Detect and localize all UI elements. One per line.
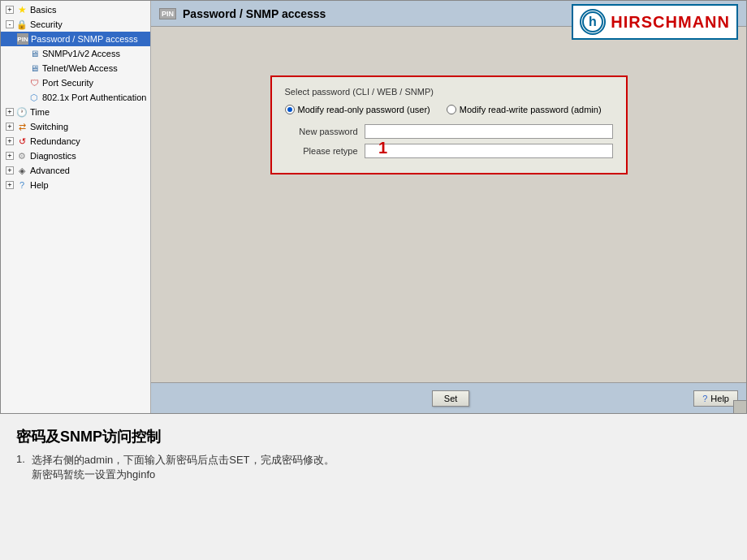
expand-diagnostics[interactable]: + — [6, 152, 14, 160]
advanced-label: Advanced — [30, 166, 70, 175]
sidebar-item-advanced[interactable]: + ◈ Advanced — [1, 163, 150, 178]
basics-label: Basics — [30, 5, 56, 15]
time-label: Time — [30, 107, 50, 117]
main-area: + ★ Basics - 🔒 Security PIN Password / S… — [1, 1, 746, 413]
set-button[interactable]: Set — [432, 390, 470, 407]
new-password-label: New password — [285, 127, 358, 136]
redundancy-icon: ↺ — [16, 136, 28, 147]
annotation-item-1: 1. 选择右侧的admin，下面输入新密码后点击SET，完成密码修改。 新密码暂… — [16, 453, 731, 482]
radio-readwrite-label: Modify read-write password (admin) — [460, 105, 602, 114]
expand-basics[interactable]: + — [6, 6, 14, 14]
adv-icon: ◈ — [16, 165, 28, 176]
sidebar-item-switching[interactable]: + ⇄ Switching — [1, 119, 150, 134]
radio-row: Modify read-only password (user) Modify … — [285, 105, 613, 114]
new-password-input[interactable] — [365, 124, 613, 139]
diag-icon: ⚙ — [16, 150, 28, 162]
toolbar-center: Set — [432, 390, 470, 407]
annotation-num-1: 1. — [16, 453, 25, 482]
switch-icon: ⇄ — [16, 121, 28, 132]
port-security-label: Port Security — [42, 78, 93, 88]
annotation-list: 1. 选择右侧的admin，下面输入新密码后点击SET，完成密码修改。 新密码暂… — [16, 453, 731, 482]
sidebar: + ★ Basics - 🔒 Security PIN Password / S… — [1, 1, 151, 413]
pin-icon: PIN — [17, 33, 28, 45]
radio-readwrite-option[interactable]: Modify read-write password (admin) — [447, 105, 602, 114]
802-1x-label: 802.1x Port Authentication — [42, 93, 146, 102]
star-icon: ★ — [16, 4, 28, 15]
brand-name: HIRSCHMANN — [611, 13, 730, 32]
help-tree-icon: ? — [16, 179, 28, 191]
sidebar-item-security[interactable]: - 🔒 Security — [1, 17, 150, 32]
annotation-title: 密码及SNMP访问控制 — [16, 427, 731, 446]
security-label: Security — [30, 19, 63, 29]
telnet-web-label: Telnet/Web Access — [42, 63, 118, 73]
app-window: + ★ Basics - 🔒 Security PIN Password / S… — [0, 0, 747, 414]
sidebar-item-time[interactable]: + 🕐 Time — [1, 105, 150, 119]
redundancy-label: Redundancy — [30, 136, 80, 146]
page-title: Password / SNMP accesss — [183, 7, 326, 20]
sidebar-item-redundancy[interactable]: + ↺ Redundancy — [1, 134, 150, 149]
expand-advanced[interactable]: + — [6, 166, 14, 174]
expand-redundancy[interactable]: + — [6, 137, 14, 145]
sidebar-item-help[interactable]: + ? Help — [1, 178, 150, 192]
annotation-section: 密码及SNMP访问控制 1. 选择右侧的admin，下面输入新密码后点击SET，… — [0, 414, 747, 498]
box-title: Select password (CLI / WEB / SNMP) — [285, 87, 613, 97]
brand-icon: h — [580, 9, 606, 35]
sidebar-item-port-security[interactable]: 🛡 Port Security — [1, 75, 150, 90]
brand-logo: h HIRSCHMANN — [572, 4, 738, 40]
help-button-label: Help — [710, 394, 729, 403]
pc-icon-2: 🖥 — [28, 62, 40, 74]
annotation-line1: 选择右侧的admin，下面输入新密码后点击SET，完成密码修改。 — [32, 453, 335, 467]
shield-icon: 🛡 — [28, 77, 40, 88]
expand-time[interactable]: + — [6, 108, 14, 116]
radio-readonly-option[interactable]: Modify read-only password (user) — [285, 105, 430, 114]
expand-security[interactable]: - — [6, 20, 14, 28]
pin-header-icon: PIN — [159, 8, 176, 19]
switching-label: Switching — [30, 122, 68, 131]
svg-text:h: h — [589, 15, 597, 28]
sidebar-item-basics[interactable]: + ★ Basics — [1, 2, 150, 17]
help-label: Help — [30, 180, 49, 190]
radio-readonly-btn[interactable] — [285, 105, 295, 114]
annotation-text-1: 选择右侧的admin，下面输入新密码后点击SET，完成密码修改。 新密码暂统一设… — [32, 453, 335, 482]
expand-switching[interactable]: + — [6, 123, 14, 131]
password-snmp-label: Password / SNMP accesss — [31, 34, 138, 44]
sidebar-item-telnet-web[interactable]: 🖥 Telnet/Web Access — [1, 61, 150, 75]
pc-icon-1: 🖥 — [28, 48, 40, 59]
retype-row: Please retype — [285, 144, 613, 158]
scrollbar-corner — [733, 400, 746, 413]
password-box: Select password (CLI / WEB / SNMP) Modif… — [270, 75, 628, 174]
lock-icon: 🔒 — [16, 19, 28, 30]
help-button[interactable]: ? Help — [693, 390, 738, 407]
sidebar-item-password-snmp[interactable]: PIN Password / SNMP accesss — [1, 32, 150, 46]
radio-readwrite-btn[interactable] — [447, 105, 456, 114]
sidebar-item-snmpv1v2[interactable]: 🖥 SNMPv1/v2 Access — [1, 46, 150, 61]
new-password-row: New password — [285, 124, 613, 139]
bottom-toolbar: Set ? Help — [151, 382, 746, 413]
radio-readonly-label: Modify read-only password (user) — [298, 105, 430, 114]
sidebar-item-diagnostics[interactable]: + ⚙ Diagnostics — [1, 149, 150, 163]
retype-label: Please retype — [285, 146, 358, 156]
clock-icon: 🕐 — [16, 106, 28, 118]
diagnostics-label: Diagnostics — [30, 151, 76, 161]
snmpv1v2-label: SNMPv1/v2 Access — [42, 49, 120, 58]
annotation-line2: 新密码暂统一设置为hginfo — [32, 467, 335, 482]
retype-input[interactable] — [365, 144, 613, 158]
form-area: Select password (CLI / WEB / SNMP) Modif… — [151, 27, 746, 382]
sidebar-item-802-1x[interactable]: ⬡ 802.1x Port Authentication — [1, 90, 150, 105]
port-icon: ⬡ — [28, 92, 40, 103]
expand-help[interactable]: + — [6, 181, 14, 189]
content-panel: h HIRSCHMANN PIN Password / SNMP accesss… — [151, 1, 746, 413]
help-button-icon: ? — [702, 394, 707, 403]
